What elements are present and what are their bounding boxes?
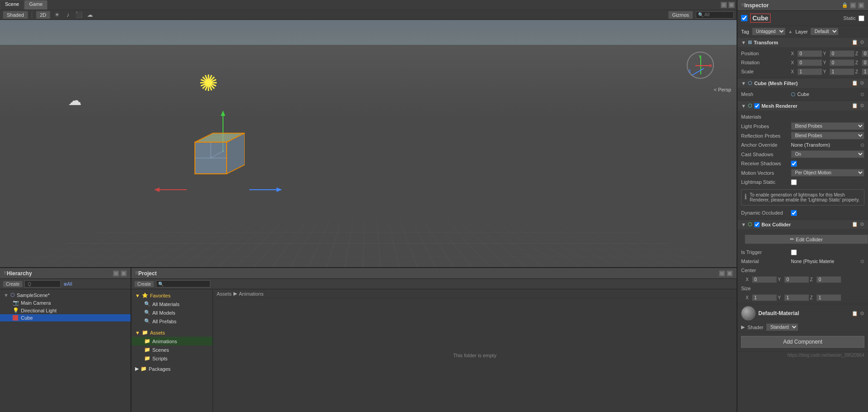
scene-minimize[interactable]: ⊟ bbox=[721, 2, 727, 8]
expand-arrow-assets[interactable]: ▼ bbox=[135, 330, 140, 335]
static-checkbox[interactable] bbox=[858, 15, 864, 21]
material-ref-icon[interactable]: 📋 bbox=[852, 311, 858, 316]
inspector-minimize[interactable]: ⊟ bbox=[850, 2, 856, 9]
rotation-z[interactable] bbox=[862, 59, 868, 66]
cast-shadows-select[interactable]: On bbox=[791, 150, 864, 158]
tag-select[interactable]: Untagged bbox=[752, 28, 786, 35]
position-z[interactable] bbox=[862, 50, 868, 57]
light-icon[interactable]: ☀ bbox=[53, 11, 61, 19]
mesh-renderer-checkbox[interactable] bbox=[754, 103, 760, 109]
transform-header[interactable]: ▼ ⊞ Transform 📋 ⚙ bbox=[737, 38, 868, 47]
mesh-renderer-settings-icon[interactable]: ⚙ bbox=[860, 103, 864, 109]
project-all-models[interactable]: 🔍 All Models bbox=[131, 308, 213, 317]
reflection-probes-select[interactable]: Blend Probes bbox=[791, 132, 864, 139]
size-x[interactable] bbox=[752, 294, 777, 301]
motion-vectors-select[interactable]: Per Object Motion bbox=[791, 169, 864, 177]
project-search-input[interactable] bbox=[165, 282, 201, 287]
object-name[interactable]: Cube bbox=[750, 14, 771, 23]
hierarchy-maximize[interactable]: ⊞ bbox=[121, 270, 127, 277]
scale-x[interactable] bbox=[797, 68, 822, 75]
receive-shadows-checkbox[interactable] bbox=[791, 161, 797, 167]
scene-viewport[interactable]: ✺ ☁ bbox=[0, 20, 737, 267]
object-enabled-checkbox[interactable] bbox=[741, 15, 747, 21]
project-maximize[interactable]: ⊞ bbox=[727, 270, 733, 277]
inspector-maximize[interactable]: ⊞ bbox=[858, 2, 864, 9]
hierarchy-scene-root[interactable]: ▼ ⬡ SampleScene* bbox=[0, 291, 131, 299]
hierarchy-win-controls: ⊟ ⊞ bbox=[113, 270, 127, 277]
position-x[interactable] bbox=[797, 50, 822, 57]
box-collider-checkbox[interactable] bbox=[754, 222, 760, 227]
transform-expand-arrow[interactable]: ▼ bbox=[741, 40, 746, 45]
effects-icon[interactable]: ⬛ bbox=[75, 11, 83, 19]
box-collider-expand[interactable]: ▼ bbox=[741, 222, 746, 227]
project-animations[interactable]: 📁 Animations bbox=[131, 337, 213, 345]
mesh-filter-expand[interactable]: ▼ bbox=[741, 81, 746, 86]
shader-select[interactable]: Standard bbox=[766, 323, 798, 331]
hierarchy-item-cube[interactable]: Cube bbox=[0, 314, 131, 321]
expand-arrow-favorites[interactable]: ▼ bbox=[135, 293, 140, 298]
cloud-icon: ☁ bbox=[68, 92, 82, 108]
size-y[interactable] bbox=[784, 294, 809, 301]
center-x[interactable] bbox=[752, 276, 777, 283]
scale-z[interactable] bbox=[862, 68, 868, 75]
scene-maximize[interactable]: ⊞ bbox=[728, 2, 735, 8]
anchor-circle-btn[interactable]: ⊙ bbox=[860, 142, 864, 148]
add-component-btn[interactable]: Add Component bbox=[741, 336, 864, 348]
hierarchy-item-camera[interactable]: 📷 Main Camera bbox=[0, 299, 131, 307]
lightmap-static-checkbox[interactable] bbox=[791, 179, 797, 185]
scale-y[interactable] bbox=[829, 68, 854, 75]
transform-settings-icon[interactable]: ⚙ bbox=[860, 39, 864, 45]
project-all-materials[interactable]: 🔍 All Materials bbox=[131, 300, 213, 308]
hierarchy-minimize[interactable]: ⊟ bbox=[113, 270, 119, 277]
position-y[interactable] bbox=[829, 50, 854, 57]
twod-btn[interactable]: 2D bbox=[36, 11, 50, 19]
layer-select[interactable]: Default bbox=[810, 28, 839, 35]
expand-arrow-packages[interactable]: ▶ bbox=[135, 366, 139, 372]
scene-expand-arrow[interactable]: ▼ bbox=[4, 292, 9, 298]
project-create-btn[interactable]: Create bbox=[134, 281, 154, 287]
mesh-circle-btn[interactable]: ⊙ bbox=[860, 91, 864, 97]
shading-dropdown[interactable]: Shaded bbox=[3, 11, 28, 19]
position-label: Position bbox=[741, 51, 791, 56]
mesh-renderer-header[interactable]: ▼ ⬡ Mesh Renderer 📋 ⚙ bbox=[737, 101, 868, 110]
box-collider-body: ✏ Edit Collider Is Trigger Material None… bbox=[737, 229, 868, 304]
hierarchy-search[interactable] bbox=[24, 280, 61, 287]
center-z[interactable] bbox=[816, 276, 841, 283]
scene-search-input[interactable] bbox=[704, 12, 732, 17]
transform-ref-icon[interactable]: 📋 bbox=[852, 39, 858, 45]
center-y[interactable] bbox=[784, 276, 809, 283]
audio-icon[interactable]: ♪ bbox=[64, 11, 72, 19]
box-collider-ref-icon[interactable]: 📋 bbox=[852, 221, 858, 227]
shader-expand[interactable]: ▶ bbox=[741, 324, 745, 330]
project-all-prefabs[interactable]: 🔍 All Prefabs bbox=[131, 317, 213, 326]
project-packages[interactable]: ▶ 📁 Packages bbox=[131, 364, 213, 373]
tab-game[interactable]: Game bbox=[24, 0, 48, 10]
edit-collider-btn[interactable]: ✏ Edit Collider bbox=[745, 235, 868, 244]
is-trigger-checkbox[interactable] bbox=[791, 249, 797, 255]
size-z[interactable] bbox=[816, 294, 841, 301]
project-scripts[interactable]: 📁 Scripts bbox=[131, 354, 213, 363]
box-collider-header[interactable]: ▼ ⬡ Box Collider 📋 ⚙ bbox=[737, 220, 868, 229]
sky-icon[interactable]: ☁ bbox=[86, 11, 94, 19]
mesh-filter-settings-icon[interactable]: ⚙ bbox=[860, 80, 864, 86]
collider-material-circle[interactable]: ⊙ bbox=[860, 259, 864, 264]
mesh-filter-header[interactable]: ▼ ⬡ Cube (Mesh Filter) 📋 ⚙ bbox=[737, 78, 868, 88]
hierarchy-header: ⠿ Hierarchy ⊟ ⊞ bbox=[0, 268, 131, 279]
mesh-renderer-expand[interactable]: ▼ bbox=[741, 103, 746, 109]
hierarchy-item-light[interactable]: 💡 Directional Light bbox=[0, 307, 131, 314]
rotation-x[interactable] bbox=[797, 59, 822, 66]
material-settings-icon[interactable]: ⚙ bbox=[860, 311, 864, 316]
rotation-y[interactable] bbox=[829, 59, 854, 66]
project-minimize[interactable]: ⊟ bbox=[719, 270, 725, 277]
box-collider-settings-icon[interactable]: ⚙ bbox=[860, 221, 864, 227]
gizmos-dropdown[interactable]: Gizmos bbox=[668, 11, 693, 19]
scripts-label: Scripts bbox=[152, 356, 168, 361]
anchor-override-value: None (Transform) bbox=[791, 142, 860, 148]
dynamic-occluded-checkbox[interactable] bbox=[791, 210, 797, 216]
light-probes-select[interactable]: Blend Probes bbox=[791, 122, 864, 130]
hierarchy-create-btn[interactable]: Create bbox=[3, 281, 23, 287]
mesh-renderer-ref-icon[interactable]: 📋 bbox=[852, 103, 858, 109]
mesh-filter-ref-icon[interactable]: 📋 bbox=[852, 80, 858, 86]
tab-scene[interactable]: Scene bbox=[0, 0, 24, 10]
project-scenes[interactable]: 📁 Scenes bbox=[131, 345, 213, 354]
